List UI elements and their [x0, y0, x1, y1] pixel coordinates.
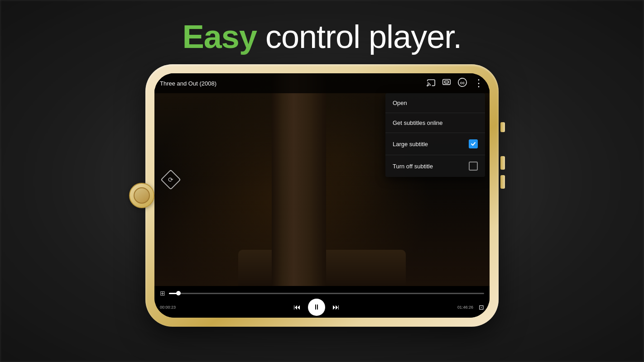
home-button[interactable] — [129, 183, 154, 208]
turn-off-subtitle-checkbox[interactable] — [469, 162, 478, 171]
svg-rect-1 — [443, 79, 450, 84]
menu-item-turn-off-subtitle[interactable]: Turn off subtitle — [385, 155, 485, 177]
phone-frame: ⟳ Three and Out (2008) — [145, 64, 499, 327]
time-current: 00:00:23 — [160, 305, 176, 310]
player-topbar: Three and Out (2008) — [154, 73, 490, 93]
skip-forward-icon[interactable]: ⏭ — [332, 303, 340, 311]
menu-item-subtitles-online[interactable]: Get subtitles online — [385, 113, 485, 133]
hero-rest: control player. — [257, 19, 461, 55]
skip-back-icon[interactable]: ⏮ — [293, 303, 301, 311]
hero-easy-word: Easy — [183, 19, 257, 55]
stone-pillar — [272, 73, 326, 286]
center-controls: ⏮ ⏸ ⏭ — [293, 299, 340, 316]
more-options-icon[interactable]: ⋮ — [474, 77, 484, 89]
video-player: ⟳ Three and Out (2008) — [154, 73, 490, 318]
menu-large-subtitle-label: Large subtitle — [393, 141, 428, 148]
screen-mirror-icon[interactable] — [442, 78, 451, 89]
menu-item-large-subtitle[interactable]: Large subtitle — [385, 133, 485, 155]
closed-caption-icon[interactable]: cc — [457, 78, 467, 89]
side-button[interactable] — [500, 122, 505, 132]
controls-row: 00:00:23 ⏮ ⏸ ⏭ — [160, 299, 484, 316]
svg-rect-2 — [445, 81, 448, 83]
progress-bar[interactable] — [169, 293, 484, 294]
pause-icon: ⏸ — [313, 303, 320, 311]
topbar-icons: cc ⋮ — [427, 77, 484, 89]
time-total: 01:46:26 — [457, 305, 473, 310]
menu-item-open[interactable]: Open — [385, 93, 485, 113]
svg-point-0 — [427, 85, 428, 86]
volume-up-button[interactable] — [500, 156, 505, 170]
phone-screen: ⟳ Three and Out (2008) — [154, 73, 490, 318]
volume-buttons — [500, 156, 505, 189]
page-content: Easy control player. — [0, 0, 644, 362]
menu-turn-off-subtitle-label: Turn off subtitle — [393, 163, 433, 170]
volume-down-button[interactable] — [500, 175, 505, 189]
aspect-ratio-icon[interactable]: ⊡ — [479, 304, 484, 311]
large-subtitle-checkbox-checked[interactable] — [469, 139, 478, 148]
progress-row: ⊞ — [160, 290, 484, 297]
home-button-inner — [134, 187, 150, 204]
play-pause-button[interactable]: ⏸ — [308, 299, 325, 316]
progress-dot — [176, 291, 181, 295]
hero-title: Easy control player. — [183, 18, 461, 55]
video-area[interactable]: ⟳ Three and Out (2008) — [154, 73, 490, 286]
right-controls: 01:46:26 ⊡ — [457, 304, 484, 311]
cast-icon[interactable] — [427, 78, 436, 89]
player-title: Three and Out (2008) — [160, 80, 427, 87]
screen-size-icon[interactable]: ⊞ — [160, 290, 165, 297]
phone-wrapper: ⟳ Three and Out (2008) — [145, 64, 499, 327]
context-menu: Open Get subtitles online Large subtitle — [385, 93, 485, 177]
svg-text:cc: cc — [460, 81, 465, 85]
menu-subtitles-online-label: Get subtitles online — [393, 119, 443, 126]
player-controls: ⊞ 00:00:23 ⏮ — [154, 286, 490, 318]
menu-open-label: Open — [393, 100, 407, 106]
